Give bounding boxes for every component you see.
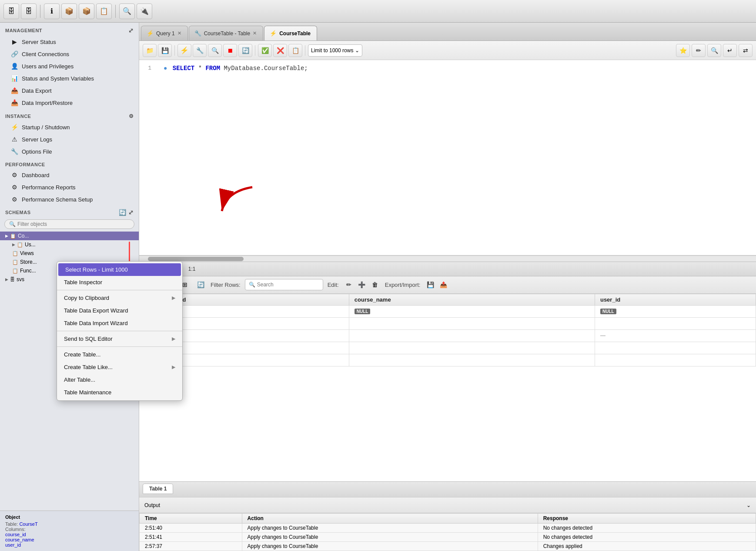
schema-tree-co-item[interactable]: ▶ 📋 Co... [0, 232, 139, 240]
output-action-1: Apply changes to CourseTable [242, 524, 538, 533]
edit-icons-group: ✏ ➕ 🗑 [343, 279, 381, 290]
cancel-btn[interactable]: ❌ [273, 44, 287, 57]
context-menu: Select Rows - Limit 1000 Table Inspector… [57, 261, 183, 401]
col-header-user-id[interactable]: user_id [595, 294, 756, 305]
sidebar-item-users-privileges[interactable]: 👤 Users and Privileges [0, 60, 139, 72]
edit-delete-icon[interactable]: 🗑 [369, 279, 381, 290]
instance-settings-icon[interactable]: ⚙ [129, 113, 134, 119]
schema-tree-us-item[interactable]: ▶ 📋 Us... [0, 240, 139, 249]
ctx-data-export-wizard[interactable]: Table Data Export Wizard [57, 304, 182, 317]
tab-coursetable-active[interactable]: ⚡ CourseTable [264, 26, 317, 40]
perf-schema-icon: ⚙ [10, 196, 18, 203]
func-icon: 📋 [12, 268, 18, 274]
tab-query1[interactable]: ⚡ Query 1 ✕ [141, 26, 188, 40]
filter-search-icon: 🔍 [9, 221, 16, 227]
sql-line-1: ● SELECT * FROM MyDatabase.CourseTable; [144, 64, 751, 73]
toolbar-icon-5[interactable]: 📦 [79, 3, 94, 19]
cell-dash-2: — [595, 329, 756, 342]
export-up-icon[interactable]: 📤 [438, 279, 449, 290]
editor-toolbar: 📁 💾 ⚡ 🔧 🔍 ⏹ 🔄 ✅ ❌ 📋 Limit to 1000 rows ⌄ [139, 41, 756, 60]
toolbar-icon-1[interactable]: 🗄 [3, 3, 19, 19]
tab-coursetable-table[interactable]: 🔧 CourseTable - Table ✕ [189, 26, 264, 40]
execute-current-btn[interactable]: 🔧 [193, 44, 207, 57]
explain-btn[interactable]: 🔍 [208, 44, 222, 57]
sidebar-item-data-import[interactable]: 📥 Data Import/Restore [0, 97, 139, 109]
sql-editor[interactable]: 1 ● SELECT * FROM MyDatabase.CourseTable… [139, 60, 756, 255]
management-expand-icon[interactable]: ⤢ [128, 27, 134, 34]
export-icons-group: 💾 📤 [425, 279, 449, 290]
bookmark-btn[interactable]: ⭐ [676, 44, 690, 57]
output-row-3: 2:57:37 Apply changes to CourseTable Cha… [140, 542, 756, 551]
ctx-alter-table[interactable]: Alter Table... [57, 373, 182, 386]
h-scrollbar[interactable] [139, 255, 756, 262]
toolbar-icon-6[interactable]: 📋 [96, 3, 112, 19]
toolbar-icon-2[interactable]: 🗄 [21, 3, 37, 19]
stop-btn[interactable]: ⏹ [223, 44, 237, 57]
toolbar-icon-7[interactable]: 🔍 [119, 3, 135, 19]
ctx-send-to-sql[interactable]: Send to SQL Editor ▶ [57, 333, 182, 345]
tab-table-1[interactable]: Table 1 [143, 484, 173, 494]
limit-dropdown[interactable]: Limit to 1000 rows ⌄ [308, 44, 362, 57]
history-btn[interactable]: 📋 [288, 44, 302, 57]
schema-tree-views-item[interactable]: 📋 Views [0, 249, 139, 258]
logs-icon: ⚠ [10, 136, 18, 143]
output-row-2: 2:51:41 Apply changes to CourseTable No … [140, 533, 756, 542]
toolbar-icon-3[interactable]: ℹ [44, 3, 60, 19]
sidebar-item-performance-reports[interactable]: ⚙ Performance Reports [0, 181, 139, 193]
execute-btn[interactable]: ⚡ [177, 44, 191, 57]
split-btn[interactable]: ⇄ [739, 44, 753, 57]
schema-filter-box[interactable]: 🔍 [4, 219, 134, 229]
schemas-section-header: SCHEMAS 🔄 ⤢ [0, 205, 139, 219]
ctx-table-inspector[interactable]: Table Inspector [57, 276, 182, 289]
export-label: Export/Import: [385, 282, 421, 288]
save-btn[interactable]: 💾 [158, 44, 172, 57]
zoom-in-btn[interactable]: 🔍 [707, 44, 721, 57]
toolbar-icon-8[interactable]: 🔌 [137, 3, 152, 19]
table-row [140, 354, 756, 366]
status-bar: 100% ⌄ ⌃ 1:1 [139, 262, 756, 276]
null-badge: NULL [355, 309, 371, 314]
ctx-table-maintenance[interactable]: Table Maintenance [57, 386, 182, 399]
sidebar-item-server-logs[interactable]: ⚠ Server Logs [0, 133, 139, 145]
object-label: Object [5, 514, 134, 520]
ctx-select-rows[interactable]: Select Rows - Limit 1000 [58, 263, 181, 276]
ctx-create-table-like[interactable]: Create Table Like... ▶ [57, 361, 182, 373]
server-status-icon: ▶ [10, 38, 18, 45]
filter-search-box[interactable]: 🔍 [245, 279, 323, 290]
format-btn[interactable]: ✏ [692, 44, 706, 57]
toolbar-icon-4[interactable]: 📦 [61, 3, 77, 19]
tab-query1-close[interactable]: ✕ [177, 30, 181, 36]
toggle-btn[interactable]: ✅ [258, 44, 272, 57]
sidebar-item-dashboard[interactable]: ⚙ Dashboard [0, 169, 139, 181]
h-scrollbar-thumb[interactable] [148, 257, 244, 261]
sidebar-item-data-export[interactable]: 📤 Data Export [0, 84, 139, 97]
output-dropdown-icon[interactable]: ⌄ [746, 502, 751, 508]
sidebar-item-client-connections[interactable]: 🔗 Client Connections [0, 48, 139, 60]
sidebar-item-server-status[interactable]: ▶ Server Status [0, 36, 139, 48]
ctx-create-table[interactable]: Create Table... [57, 348, 182, 361]
tab-coursetable-table-close[interactable]: ✕ [253, 30, 257, 36]
kw-from: FROM [205, 65, 220, 72]
form-view-icon[interactable]: 🔄 [195, 279, 206, 290]
open-file-btn[interactable]: 📁 [143, 44, 157, 57]
edit-add-icon[interactable]: ➕ [356, 279, 368, 290]
filter-search-input[interactable] [257, 282, 319, 288]
startup-icon: ⚡ [10, 124, 18, 131]
export-down-icon[interactable]: 💾 [425, 279, 436, 290]
col-header-course-name[interactable]: course_name [349, 294, 595, 305]
ctx-copy-to-clipboard[interactable]: Copy to Clipboard ▶ [57, 292, 182, 304]
sidebar-item-options-file[interactable]: 🔧 Options File [0, 145, 139, 158]
filter-rows-label: Filter Rows: [211, 282, 241, 288]
sidebar-item-performance-schema[interactable]: ⚙ Performance Schema Setup [0, 193, 139, 205]
ctx-data-import-wizard[interactable]: Table Data Import Wizard [57, 317, 182, 329]
schema-expand-icon[interactable]: ⤢ [128, 209, 134, 216]
schema-filter-input[interactable] [17, 221, 130, 227]
sidebar-item-startup-shutdown[interactable]: ⚡ Startup / Shutdown [0, 121, 139, 133]
refresh-btn[interactable]: 🔄 [238, 44, 252, 57]
schema-refresh-icon[interactable]: 🔄 [119, 209, 127, 216]
edit-pencil-icon[interactable]: ✏ [343, 279, 355, 290]
col-header-course-id[interactable]: course_id [154, 294, 349, 305]
line-indicator-dot: ● [164, 65, 167, 72]
wrap-btn[interactable]: ↵ [723, 44, 737, 57]
sidebar-item-status-variables[interactable]: 📊 Status and System Variables [0, 72, 139, 84]
